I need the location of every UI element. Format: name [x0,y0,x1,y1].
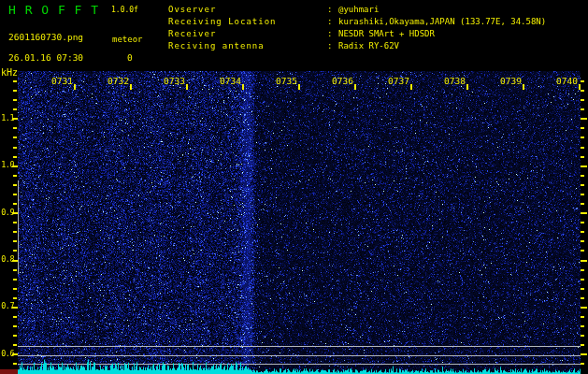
info-row-label: Receiving Location [168,18,327,26]
info-row-separator: : [327,30,338,38]
info-row: Reciving antenna:Radix RY-62V [168,42,546,54]
app-title: H R O F F T [8,4,99,16]
x-tick-label: 0734 [220,77,241,86]
y-minor-tick-right [581,316,584,318]
x-tick [579,84,581,90]
y-minor-tick [13,156,17,158]
info-row-separator: : [327,6,338,14]
y-tick-label: 1.0 [0,161,14,169]
capture-datetime: 26.01.16 07:30 [8,53,83,63]
y-minor-tick-right [581,184,584,186]
meteor-counter-value: 0 [127,53,133,63]
y-minor-tick [13,175,17,177]
y-tick-label: 0.8 [0,255,14,264]
y-minor-tick [13,203,17,205]
y-major-tick-right [581,307,587,309]
y-minor-tick [13,363,17,365]
info-row-value: Radix RY-62V [338,42,399,50]
y-minor-tick [13,108,17,110]
y-minor-tick [13,80,17,82]
y-tick-label: 0.6 [0,350,14,358]
y-minor-tick-right [581,288,584,290]
y-minor-tick [13,222,17,223]
y-minor-tick [13,269,17,271]
y-minor-tick [13,344,17,346]
y-tick-label: 0.7 [0,302,14,310]
y-tick-label: 0.9 [0,209,14,217]
y-minor-tick-right [581,108,584,110]
x-tick-label: 0731 [51,77,73,86]
y-minor-tick-right [581,147,584,149]
hrofft-window: H R O F F T 1.0.0f 2601160730.png 26.01.… [0,0,588,374]
info-row-label: Reciving antenna [168,42,327,50]
y-minor-tick-right [581,156,584,158]
app-version: 1.0.0f [111,7,138,14]
y-minor-tick [13,288,17,290]
y-minor-tick [13,90,17,92]
x-tick [186,84,188,90]
y-axis-unit-label: kHz [1,68,18,78]
y-minor-tick-right [581,344,584,346]
y-minor-tick-right [581,325,584,327]
y-major-tick-right [581,212,587,214]
output-filename: 2601160730.png [8,33,83,42]
y-minor-tick [13,335,17,337]
info-row-value: @yuhmari [338,6,379,14]
y-minor-tick-right [581,279,584,280]
x-tick [523,84,524,90]
x-tick-label: 0737 [388,77,409,86]
y-minor-tick [13,279,17,280]
spectrogram-canvas [0,0,588,374]
info-row-separator: : [327,42,338,50]
x-tick-label: 0738 [444,77,466,86]
y-minor-tick [13,250,17,252]
x-tick-label: 0735 [276,77,297,86]
y-minor-tick-right [581,137,584,138]
observer-info-block: Ovserver:@yuhmariReceiving Location:kura… [168,6,546,54]
y-major-tick-right [581,165,587,167]
y-minor-tick-right [581,363,584,365]
y-minor-tick [13,184,17,186]
y-minor-tick-right [581,222,584,223]
meteor-counter-label: meteor [112,36,143,44]
x-tick [298,84,300,90]
x-tick-label: 0739 [500,77,522,86]
y-tick-label: 1.1 [0,114,14,122]
x-tick-label: 0733 [164,77,185,86]
x-tick-label: 0736 [332,77,353,86]
y-major-tick-right [581,118,587,120]
y-minor-tick [13,194,17,195]
info-row-label: Ovserver [168,6,327,14]
x-tick [466,84,468,90]
y-minor-tick [13,325,17,327]
x-tick [74,84,76,90]
x-tick [130,84,132,90]
y-minor-tick [13,147,17,149]
y-minor-tick-right [581,250,584,252]
info-row-value: NESDR SMArt + HDSDR [338,30,435,38]
y-minor-tick-right [581,175,584,177]
y-minor-tick-right [581,99,584,101]
y-minor-tick-right [581,127,584,129]
x-tick [242,84,244,90]
y-minor-tick-right [581,194,584,195]
y-major-tick-right [581,353,587,355]
y-minor-tick-right [581,231,584,233]
y-minor-tick-right [581,203,584,205]
x-tick [410,84,412,90]
y-minor-tick [13,316,17,318]
x-tick [354,84,356,90]
y-minor-tick-right [581,269,584,271]
y-minor-tick [13,99,17,101]
y-minor-tick-right [581,297,584,299]
y-minor-tick-right [581,240,584,242]
y-minor-tick [13,240,17,242]
y-minor-tick [13,137,17,138]
y-minor-tick [13,297,17,299]
y-major-tick-right [581,260,587,262]
x-tick-label: 0732 [108,77,129,86]
y-minor-tick [13,231,17,233]
y-minor-tick-right [581,90,584,92]
x-tick-label: 0740 [556,77,578,86]
y-minor-tick-right [581,335,584,337]
